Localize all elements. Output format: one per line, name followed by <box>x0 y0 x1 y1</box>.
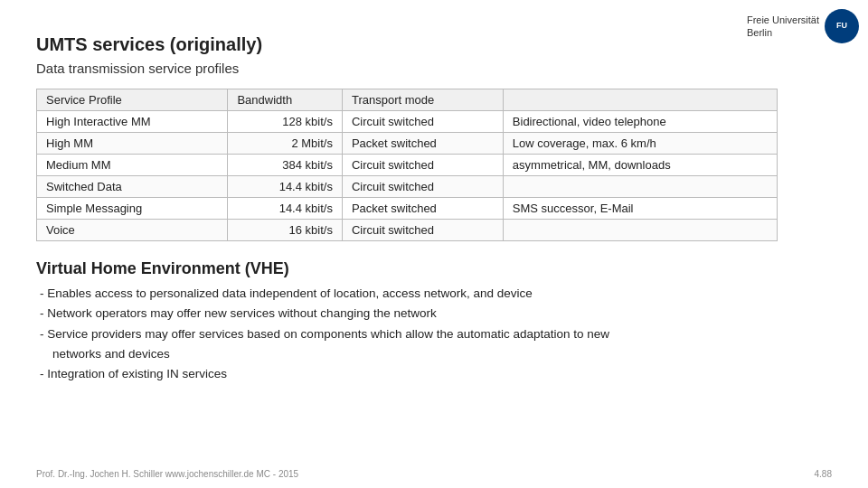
table-cell: Packet switched <box>342 198 503 220</box>
table-cell: 16 kbit/s <box>228 220 342 241</box>
table-cell: 14.4 kbit/s <box>228 198 342 220</box>
table-cell: SMS successor, E-Mail <box>503 198 777 220</box>
table-cell: Voice <box>37 220 228 241</box>
subtitle: Data transmission service profiles <box>36 61 832 76</box>
table-header-row: Service Profile Bandwidth Transport mode <box>37 89 778 111</box>
table-cell <box>503 220 777 241</box>
table-row: Voice16 kbit/sCircuit switched <box>37 220 778 241</box>
table-row: High MM2 Mbit/sPacket switchedLow covera… <box>37 133 778 155</box>
vhe-item: - Enables access to personalized data in… <box>36 284 832 304</box>
table-cell: High Interactive MM <box>37 111 228 133</box>
vhe-list: - Enables access to personalized data in… <box>36 284 832 384</box>
table-row: Switched Data14.4 kbit/sCircuit switched <box>37 176 778 198</box>
logo-text: Freie Universität Berlin <box>747 14 819 40</box>
footer-right: 4.88 <box>815 469 832 479</box>
table-cell: 2 Mbit/s <box>228 133 342 155</box>
table-cell: Circuit switched <box>342 220 503 241</box>
vhe-item: - Network operators may offer new servic… <box>36 304 832 324</box>
table-cell: High MM <box>37 133 228 155</box>
table-cell: Medium MM <box>37 155 228 176</box>
logo-area: Freie Universität Berlin FU <box>747 9 859 43</box>
vhe-item: - Service providers may offer services b… <box>36 324 832 344</box>
table-cell: 384 kbit/s <box>228 155 342 176</box>
table-row: Medium MM384 kbit/sCircuit switchedasymm… <box>37 155 778 176</box>
vhe-title: Virtual Home Environment (VHE) <box>36 259 832 278</box>
main-content: UMTS services (originally) Data transmis… <box>0 0 868 402</box>
table-cell: asymmetrical, MM, downloads <box>503 155 777 176</box>
vhe-item: - Integration of existing IN services <box>36 364 832 384</box>
table-cell: Low coverage, max. 6 km/h <box>503 133 777 155</box>
footer-left: Prof. Dr.-Ing. Jochen H. Schiller www.jo… <box>36 469 298 479</box>
table-row: High Interactive MM128 kbit/sCircuit swi… <box>37 111 778 133</box>
col-header-notes <box>503 89 777 111</box>
table-cell: Switched Data <box>37 176 228 198</box>
table-cell: Circuit switched <box>342 155 503 176</box>
table-cell: Simple Messaging <box>37 198 228 220</box>
service-table: Service Profile Bandwidth Transport mode… <box>36 89 778 241</box>
table-cell: 14.4 kbit/s <box>228 176 342 198</box>
footer: Prof. Dr.-Ing. Jochen H. Schiller www.jo… <box>36 469 832 479</box>
table-row: Simple Messaging14.4 kbit/sPacket switch… <box>37 198 778 220</box>
page-title: UMTS services (originally) <box>36 34 832 55</box>
col-header-service: Service Profile <box>37 89 228 111</box>
table-cell: 128 kbit/s <box>228 111 342 133</box>
table-cell <box>503 176 777 198</box>
table-cell: Bidirectional, video telephone <box>503 111 777 133</box>
table-cell: Packet switched <box>342 133 503 155</box>
table-cell: Circuit switched <box>342 111 503 133</box>
table-cell: Circuit switched <box>342 176 503 198</box>
logo-line1: Freie Universität <box>747 14 819 26</box>
logo-line2: Berlin <box>747 26 819 39</box>
university-logo: FU <box>825 9 859 43</box>
vhe-item: networks and devices <box>36 344 832 364</box>
col-header-bandwidth: Bandwidth <box>228 89 342 111</box>
col-header-transport: Transport mode <box>342 89 503 111</box>
